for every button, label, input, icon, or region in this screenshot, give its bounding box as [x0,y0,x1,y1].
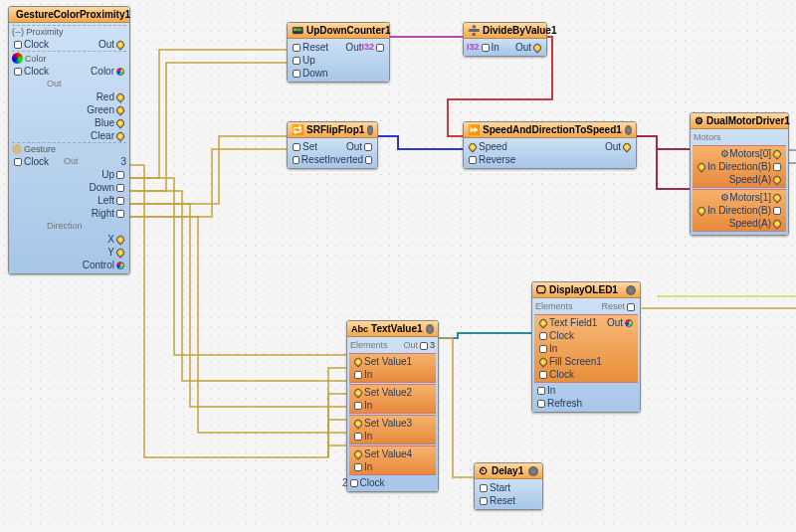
pin-fill[interactable] [537,356,548,367]
pin-sv3[interactable] [352,418,363,429]
pin-color[interactable] [116,68,124,76]
section-color: Color [12,51,126,65]
node-title: DivideByValue1 [483,25,556,36]
pin-red[interactable] [114,91,125,102]
motor-item: ⚙ [720,191,729,204]
divide-icon: ➗ [468,25,480,36]
pin-spd[interactable] [771,218,782,229]
counter-icon: 📟 [292,25,303,36]
display-icon: 🖵 [536,284,546,295]
speed-icon: ⏩ [468,124,480,135]
gear-icon[interactable] [426,324,434,334]
pin-out[interactable] [114,39,125,50]
pin-down[interactable] [293,70,300,78]
pin-up[interactable] [116,171,124,179]
pin-m0[interactable] [771,148,782,159]
pin-reset[interactable] [293,156,299,164]
pin-out[interactable] [625,319,633,327]
node-title: TextValue1 [371,323,423,334]
pin-set[interactable] [293,143,300,151]
pin-dir[interactable] [773,207,781,215]
pin-in[interactable] [696,205,706,216]
pin-reset[interactable] [480,497,488,505]
node-delay[interactable]: ⏲Delay1 Start Reset [474,462,543,510]
node-title: Delay1 [492,465,523,476]
pin-clock[interactable] [539,371,547,379]
gesture-icon [12,144,22,154]
pin-clock[interactable] [14,158,22,166]
pin-down[interactable] [116,184,124,192]
pin-out[interactable] [376,44,384,52]
pin-dir[interactable] [773,163,781,171]
node-divide-by-value[interactable]: ➗DivideByValue1 I32InOut [463,22,547,57]
pin-in[interactable] [354,463,362,471]
gear-icon[interactable] [367,125,373,135]
pin-spd[interactable] [771,174,782,185]
pin-out[interactable] [420,342,428,350]
pin-sv4[interactable] [352,448,363,459]
pin-reset[interactable] [293,44,300,52]
pin-green[interactable] [114,104,125,115]
pin-in[interactable] [537,387,545,395]
pin-in[interactable] [696,161,706,172]
node-title: DualMotorDriver1 [706,115,790,126]
pin-tf[interactable] [537,317,548,328]
pin-sv2[interactable] [352,387,363,398]
gear-icon[interactable] [625,125,632,135]
node-title: GestureColorProximity1 [16,9,130,20]
pin-y[interactable] [114,247,125,258]
pin-m1[interactable] [771,192,782,203]
pin-in[interactable] [354,433,362,441]
gear-icon[interactable] [528,466,538,476]
pin-right[interactable] [116,210,124,218]
pin-up[interactable] [293,57,300,65]
pin-in[interactable] [482,44,490,52]
motor-icon: ⚙ [695,115,703,126]
pin-x[interactable] [114,234,125,245]
pin-in[interactable] [354,371,362,379]
node-title: SRFlipFlop1 [306,124,364,135]
pin-in[interactable] [539,345,547,353]
pin-reset[interactable] [627,303,635,311]
section-proximity: (--) Proximity [12,25,126,38]
motor-item: ⚙ [720,147,729,160]
pin-out[interactable] [364,143,372,151]
palette-icon [12,53,23,64]
pin-in[interactable] [354,402,362,410]
flipflop-icon: 🔁 [292,124,303,135]
node-title: DisplayOLED1 [549,284,618,295]
node-updown-counter[interactable]: 📟UpDownCounter1 ResetOutI32 Up Down [287,22,390,83]
pin-clear[interactable] [114,130,125,141]
node-speed-direction[interactable]: ⏩SpeedAndDirectionToSpeed1 SpeedOut Reve… [463,121,637,169]
pin-clock[interactable] [539,332,547,340]
node-title: SpeedAndDirectionToSpeed1 [483,124,622,135]
pin-blue[interactable] [114,117,125,128]
pin-sv1[interactable] [352,356,363,367]
pin-speed[interactable] [467,141,478,152]
node-dual-motor-driver[interactable]: ⚙DualMotorDriver1 Motors ⚙ Motors[0] InD… [690,112,789,236]
node-display-oled[interactable]: 🖵DisplayOLED1 ElementsReset Text Field1O… [531,281,641,413]
gear-icon[interactable] [626,285,636,295]
clock-icon: ⏲ [479,465,489,476]
pin-count: 2 [342,476,348,489]
pin-reverse[interactable] [469,156,477,164]
node-text-value[interactable]: AbcTextValue1 ElementsOut3 Set Value1In … [346,320,439,492]
pin-control[interactable] [116,262,124,269]
pin-count: 3 [120,155,126,168]
pin-clock[interactable] [350,479,358,487]
pin-out[interactable] [531,42,542,53]
node-title: UpDownCounter1 [306,25,390,36]
pin-clock[interactable] [14,68,22,76]
text-icon: Abc [351,324,368,334]
pin-refresh[interactable] [537,400,545,408]
pin-start[interactable] [480,484,488,492]
node-sr-flipflop[interactable]: 🔁SRFlipFlop1 SetOut ResetInverted [287,121,378,169]
node-gesture-color-proximity[interactable]: GestureColorProximity1 (--) Proximity Cl… [8,6,130,274]
pin-left[interactable] [116,197,124,205]
section-gesture: Gesture [12,142,126,155]
pin-out[interactable] [621,141,632,152]
pin-inverted[interactable] [365,156,372,164]
pin-clock[interactable] [14,41,22,49]
